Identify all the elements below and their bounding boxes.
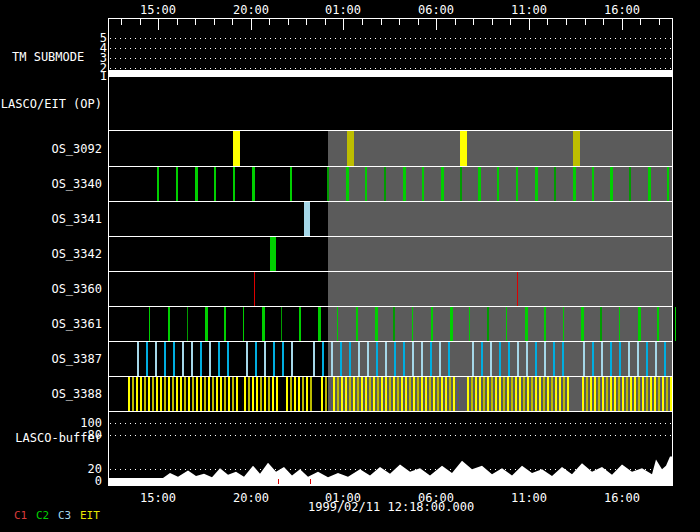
legend-item-c2: C2 (36, 509, 49, 522)
buffer-ytick-label: 0 (72, 474, 102, 488)
event-bar (507, 377, 509, 411)
event-bar (233, 167, 235, 201)
event-bar (268, 377, 270, 411)
event-bar (290, 167, 292, 201)
event-bar (264, 342, 266, 376)
event-bar (381, 377, 383, 411)
event-bar (592, 167, 594, 201)
event-bar (333, 377, 335, 411)
event-bar (657, 307, 659, 341)
event-bar (478, 167, 481, 201)
event-bar (377, 377, 379, 411)
time-axis-minor-tick (455, 19, 456, 25)
event-bar (393, 377, 395, 411)
event-bar (467, 377, 469, 411)
event-bar (188, 377, 190, 411)
event-bar (626, 377, 628, 411)
event-bar (654, 377, 656, 411)
plot-border-left (108, 18, 109, 485)
event-bar (563, 307, 564, 341)
event-bar (164, 342, 166, 376)
event-bar (200, 342, 202, 376)
row-label-lasco-buffer: LASCO-buffer (0, 431, 102, 445)
event-bar (412, 307, 413, 341)
event-bar (634, 377, 636, 411)
event-bar (149, 307, 150, 341)
time-axis-minor-tick (566, 19, 567, 25)
event-bar (469, 307, 470, 341)
event-bar (675, 307, 676, 341)
time-axis-minor-tick (492, 19, 493, 25)
event-bar (176, 377, 178, 411)
row-label: OS_3341 (0, 212, 102, 226)
event-bar (264, 377, 266, 411)
plot-border-top (108, 18, 673, 19)
time-axis-minor-tick (195, 19, 196, 25)
event-bar (254, 272, 255, 306)
event-bar (273, 342, 275, 376)
event-bar (664, 342, 666, 376)
time-axis-minor-tick (214, 19, 215, 25)
plot-border-right (672, 18, 673, 485)
event-bar (559, 377, 561, 411)
event-bar (216, 377, 218, 411)
event-bar (487, 307, 489, 341)
event-bar (666, 377, 668, 411)
row-separator-line (108, 166, 673, 167)
time-tick-label-top: 06:00 (414, 3, 458, 17)
event-bar (637, 342, 639, 376)
event-bar (132, 377, 134, 411)
time-axis-minor-tick (473, 19, 474, 25)
event-bar (499, 342, 501, 376)
event-bar (606, 377, 608, 411)
event-bar (200, 377, 202, 411)
event-bar (168, 377, 170, 411)
event-bar (499, 377, 501, 411)
event-bar (209, 342, 211, 376)
event-bar (562, 342, 564, 376)
event-bar (483, 377, 485, 411)
event-bar (475, 377, 477, 411)
event-bar (373, 377, 375, 411)
event-bar (384, 167, 386, 201)
event-bar (602, 377, 604, 411)
time-axis-minor-tick (140, 19, 141, 25)
time-axis-minor-tick (306, 19, 307, 25)
event-bar (204, 377, 206, 411)
time-tick-label-top: 11:00 (507, 3, 551, 17)
event-bar (228, 377, 230, 411)
event-bar (555, 377, 557, 411)
event-bar (256, 377, 258, 411)
event-bar (394, 342, 396, 376)
event-bar (638, 307, 641, 341)
event-bar (619, 307, 620, 341)
event-bar (517, 342, 519, 376)
event-bar (491, 377, 493, 411)
event-bar (385, 342, 387, 376)
event-bar (345, 377, 347, 411)
legend-item-eit: EIT (80, 509, 100, 522)
event-bar (630, 377, 632, 411)
event-bar (583, 342, 585, 376)
event-bar (553, 342, 555, 376)
event-bar (349, 377, 351, 411)
event-bar (594, 377, 596, 411)
event-bar (136, 377, 138, 411)
event-bar (543, 377, 545, 411)
buffer-fill-area (108, 412, 672, 484)
event-bar (573, 131, 580, 166)
event-bar (294, 377, 296, 411)
event-bar (421, 377, 423, 411)
event-bar (353, 377, 355, 411)
event-bar (227, 342, 229, 376)
event-bar (272, 377, 274, 411)
event-bar (531, 377, 533, 411)
time-tick-label-top: 01:00 (321, 3, 365, 17)
event-bar (361, 377, 363, 411)
submode-value-bar (108, 70, 673, 77)
event-bar (172, 377, 174, 411)
event-bar (337, 307, 338, 341)
event-bar (376, 342, 378, 376)
event-bar (525, 307, 528, 341)
event-bar (523, 377, 525, 411)
